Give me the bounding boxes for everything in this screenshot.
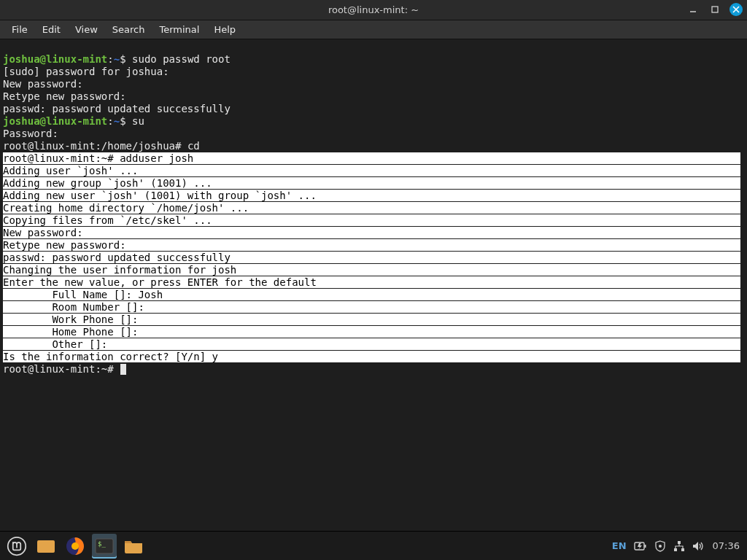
keyboard-layout-indicator[interactable]: EN [612,540,627,551]
tray-clock[interactable]: 07:36 [713,540,743,551]
window-controls [686,2,743,17]
svg-rect-16 [681,548,684,551]
start-menu-button[interactable] [4,534,29,559]
svg-rect-11 [644,545,646,548]
svg-rect-1 [712,7,718,12]
prompt-user: joshua@linux-mint [3,53,107,65]
tray-network[interactable] [673,540,685,552]
maximize-button[interactable] [708,2,722,17]
svg-rect-5 [37,540,55,553]
taskbar-firefox[interactable] [63,534,88,559]
term-line: [sudo] password for joshua: [3,66,175,77]
window-title: root@linux-mint: ~ [328,4,419,15]
terminal-window: root@linux-mint: ~ File Edit View Search… [0,0,747,531]
system-tray: EN [612,540,743,552]
folder-icon [124,538,143,554]
cmd-text: su [132,115,144,127]
prompt-root: root@linux-mint:~# [3,363,120,375]
tray-battery[interactable] [634,540,647,552]
cursor [120,364,126,375]
prompt-path: ~ [114,115,120,127]
svg-marker-12 [638,543,642,550]
menu-search[interactable]: Search [107,22,151,37]
prompt-sep: : [107,115,113,127]
menu-terminal[interactable]: Terminal [153,22,205,37]
terminal-icon: $_ [95,538,114,554]
desktop-icon [36,538,55,554]
prompt-root: root@linux-mint:/home/joshua# [3,140,187,152]
battery-icon [634,540,647,552]
firefox-icon [66,537,85,556]
tray-shield[interactable] [654,540,666,552]
titlebar[interactable]: root@linux-mint: ~ [0,0,747,20]
term-line: passwd: password updated successfully [3,103,231,114]
terminal-viewport[interactable]: joshua@linux-mint:~$ sudo passwd root [s… [0,39,747,531]
prompt-end: $ [120,115,132,127]
svg-text:$_: $_ [98,540,106,548]
menubar: File Edit View Search Terminal Help [0,20,747,39]
menu-view[interactable]: View [69,22,104,37]
menu-help[interactable]: Help [208,22,241,37]
svg-rect-15 [674,548,677,551]
shield-icon [654,540,666,552]
taskbar-show-desktop[interactable] [34,534,58,559]
cmd-text: cd [187,140,200,152]
prompt-end: $ [120,53,132,65]
minimize-button[interactable] [686,2,700,17]
cmd-text: sudo passwd root [132,53,231,65]
selected-text: root@linux-mint:~# adduser josh Adding u… [3,152,740,362]
menu-edit[interactable]: Edit [36,22,66,37]
svg-rect-14 [678,541,681,544]
prompt-sep: : [107,53,113,65]
taskbar-terminal[interactable]: $_ [92,534,117,559]
speaker-icon [692,540,705,552]
taskbar-files[interactable] [121,534,146,559]
svg-point-13 [659,545,662,548]
prompt-user: joshua@linux-mint [3,115,107,127]
term-line: New password: [3,78,89,90]
tray-volume[interactable] [692,540,705,552]
network-icon [673,540,685,552]
taskbar: $_ EN [0,531,747,560]
mint-logo-icon [7,536,27,556]
prompt-path: ~ [114,53,120,65]
menu-file[interactable]: File [6,22,34,37]
svg-point-7 [71,542,79,550]
term-line: Retype new password: [3,90,132,102]
term-line: Password: [3,128,64,139]
close-button[interactable] [729,3,743,16]
